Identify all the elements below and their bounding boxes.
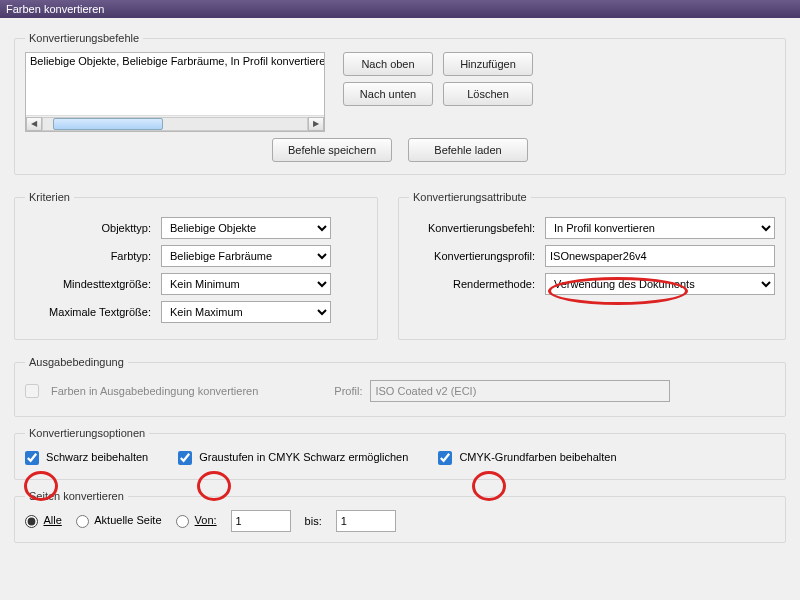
dialog-body: Konvertierungsbefehle Beliebige Objekte,…: [0, 18, 800, 561]
scroll-thumb[interactable]: [53, 118, 163, 130]
render-method-select[interactable]: Verwendung des Dokuments: [545, 273, 775, 295]
scroll-left-icon[interactable]: ◀: [26, 117, 42, 131]
pages-to-label: bis:: [305, 515, 322, 527]
output-legend: Ausgabebedingung: [25, 356, 128, 368]
max-text-label: Maximale Textgröße:: [25, 306, 155, 318]
window-title: Farben konvertieren: [6, 3, 104, 15]
output-profile-label: Profil:: [334, 385, 362, 397]
load-commands-button[interactable]: Befehle laden: [408, 138, 528, 162]
preserve-black-label: Schwarz beibehalten: [46, 451, 148, 463]
pages-from-label: Von:: [195, 514, 217, 526]
scroll-track[interactable]: [42, 117, 308, 131]
window-titlebar: Farben konvertieren: [0, 0, 800, 18]
options-legend: Konvertierungsoptionen: [25, 427, 149, 439]
min-text-select[interactable]: Kein Minimum: [161, 273, 331, 295]
convert-to-output-checkbox: [25, 384, 39, 398]
preserve-primaries-label: CMYK-Grundfarben beibehalten: [459, 451, 616, 463]
conv-command-select[interactable]: In Profil konvertieren: [545, 217, 775, 239]
options-group: Konvertierungsoptionen Schwarz beibehalt…: [14, 427, 786, 480]
output-group: Ausgabebedingung Farben in Ausgabebeding…: [14, 356, 786, 417]
pages-current-option[interactable]: Aktuelle Seite: [76, 514, 162, 528]
convert-to-output-label: Farben in Ausgabebedingung konvertieren: [51, 385, 258, 397]
gray-to-k-option[interactable]: Graustufen in CMYK Schwarz ermöglichen: [178, 451, 408, 465]
object-type-select[interactable]: Beliebige Objekte: [161, 217, 331, 239]
pages-from-option[interactable]: Von:: [176, 514, 217, 528]
pages-all-option[interactable]: Alle: [25, 514, 62, 528]
max-text-select[interactable]: Kein Maximum: [161, 301, 331, 323]
delete-button[interactable]: Löschen: [443, 82, 533, 106]
preserve-primaries-checkbox[interactable]: [438, 451, 452, 465]
save-commands-button[interactable]: Befehle speichern: [272, 138, 392, 162]
preserve-black-option[interactable]: Schwarz beibehalten: [25, 451, 148, 465]
conv-profile-label: Konvertierungsprofil:: [409, 250, 539, 262]
add-button[interactable]: Hinzufügen: [443, 52, 533, 76]
commands-group: Konvertierungsbefehle Beliebige Objekte,…: [14, 32, 786, 175]
preserve-black-checkbox[interactable]: [25, 451, 39, 465]
conv-command-label: Konvertierungsbefehl:: [409, 222, 539, 234]
object-type-label: Objekttyp:: [25, 222, 155, 234]
pages-to-input[interactable]: [336, 510, 396, 532]
criteria-group: Kriterien Objekttyp: Beliebige Objekte F…: [14, 191, 378, 340]
color-type-select[interactable]: Beliebige Farbräume: [161, 245, 331, 267]
h-scrollbar[interactable]: ◀ ▶: [26, 115, 324, 131]
attributes-legend: Konvertierungsattribute: [409, 191, 531, 203]
pages-all-label: Alle: [43, 514, 61, 526]
pages-current-label: Aktuelle Seite: [94, 514, 161, 526]
move-up-button[interactable]: Nach oben: [343, 52, 433, 76]
color-type-label: Farbtyp:: [25, 250, 155, 262]
pages-from-radio[interactable]: [176, 515, 189, 528]
commands-list-item[interactable]: Beliebige Objekte, Beliebige Farbräume, …: [26, 53, 324, 69]
attributes-group: Konvertierungsattribute Konvertierungsbe…: [398, 191, 786, 340]
conv-profile-input[interactable]: [545, 245, 775, 267]
pages-from-input[interactable]: [231, 510, 291, 532]
pages-all-radio[interactable]: [25, 515, 38, 528]
pages-current-radio[interactable]: [76, 515, 89, 528]
gray-to-k-checkbox[interactable]: [178, 451, 192, 465]
commands-legend: Konvertierungsbefehle: [25, 32, 143, 44]
move-down-button[interactable]: Nach unten: [343, 82, 433, 106]
commands-buttons: Nach oben Hinzufügen Nach unten Löschen: [343, 52, 533, 106]
scroll-right-icon[interactable]: ▶: [308, 117, 324, 131]
render-method-label: Rendermethode:: [409, 278, 539, 290]
pages-legend: Seiten konvertieren: [25, 490, 128, 502]
commands-listbox[interactable]: Beliebige Objekte, Beliebige Farbräume, …: [25, 52, 325, 132]
output-profile-input: [370, 380, 670, 402]
min-text-label: Mindesttextgröße:: [25, 278, 155, 290]
gray-to-k-label: Graustufen in CMYK Schwarz ermöglichen: [199, 451, 408, 463]
criteria-legend: Kriterien: [25, 191, 74, 203]
preserve-primaries-option[interactable]: CMYK-Grundfarben beibehalten: [438, 451, 616, 465]
pages-group: Seiten konvertieren Alle Aktuelle Seite …: [14, 490, 786, 543]
